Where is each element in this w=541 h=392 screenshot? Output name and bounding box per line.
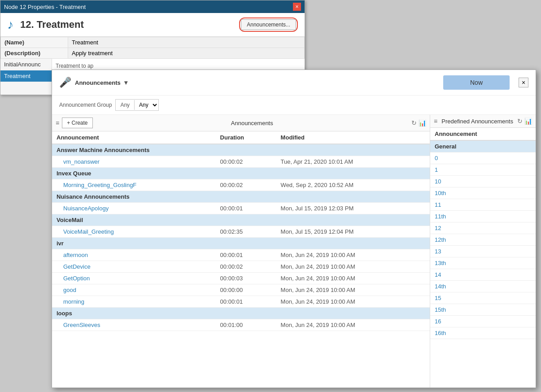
predefined-announcement-name[interactable]: 10: [430, 176, 536, 187]
bg-window-titlebar: Node 12 Properties - Treatment ×: [0, 0, 305, 13]
music-icon: ♪: [7, 17, 13, 32]
right-refresh-icon[interactable]: ↻: [517, 118, 523, 125]
right-list-item[interactable]: 12th: [430, 234, 536, 246]
table-group-row: ivr: [52, 238, 430, 249]
filter-select[interactable]: Any: [135, 100, 158, 110]
refresh-icon[interactable]: ↻: [411, 119, 417, 126]
predefined-announcement-name[interactable]: 1: [430, 164, 536, 176]
title-dropdown-arrow[interactable]: ▾: [124, 79, 127, 86]
predefined-announcement-name[interactable]: 14: [430, 269, 536, 281]
right-list-item[interactable]: 10th: [430, 187, 536, 199]
table-row[interactable]: GetOption 00:00:03 Mon, Jun 24, 2019 10:…: [52, 273, 430, 284]
table-row[interactable]: NuisanceApology 00:00:01 Mon, Jul 15, 20…: [52, 203, 430, 214]
predefined-announcement-name[interactable]: 11th: [430, 211, 536, 222]
announcement-name[interactable]: vm_noanswer: [52, 156, 216, 168]
predefined-announcement-name[interactable]: 0: [430, 152, 536, 164]
announcement-name[interactable]: afternoon: [52, 249, 216, 261]
predefined-announcement-name[interactable]: 12th: [430, 234, 536, 246]
left-panel: ≡ + Create Announcements ↻ 📊 Announcemen…: [52, 115, 430, 388]
table-row[interactable]: Morning_Greeting_GoslingF 00:00:02 Wed, …: [52, 179, 430, 191]
table-row[interactable]: VoiceMail_Greeting 00:02:35 Mon, Jul 15,…: [52, 226, 430, 238]
table-group-row: Nuisance Announcements: [52, 191, 430, 203]
announcement-modified: Mon, Jun 24, 2019 10:00 AM: [276, 273, 430, 284]
right-list-item[interactable]: 12: [430, 222, 536, 234]
announcement-name[interactable]: GetDevice: [52, 261, 216, 273]
announcement-modified: Tue, Apr 21, 2020 10:01 AM: [276, 156, 430, 168]
right-list-item[interactable]: 15: [430, 292, 536, 304]
table-row[interactable]: GreenSleeves 00:01:00 Mon, Jun 24, 2019 …: [52, 319, 430, 331]
right-list-item[interactable]: 1: [430, 164, 536, 176]
right-list-item[interactable]: 14th: [430, 281, 536, 292]
predefined-announcement-name[interactable]: 11: [430, 199, 536, 211]
predefined-table: Announcement General011010th1111th1212th…: [430, 128, 536, 339]
announcement-modified: Mon, Jun 24, 2019 10:00 AM: [276, 284, 430, 296]
table-row[interactable]: afternoon 00:00:01 Mon, Jun 24, 2019 10:…: [52, 249, 430, 261]
announcement-name[interactable]: NuisanceApology: [52, 203, 216, 214]
group-label: Nuisance Announcements: [52, 191, 430, 203]
toolbar-menu-icon[interactable]: ≡: [56, 119, 59, 126]
predefined-announcement-name[interactable]: 16: [430, 316, 536, 327]
table-row[interactable]: vm_noanswer 00:00:02 Tue, Apr 21, 2020 1…: [52, 156, 430, 168]
right-chart-icon[interactable]: 📊: [524, 118, 532, 125]
predefined-announcement-name[interactable]: 14th: [430, 281, 536, 292]
announcement-modified: Wed, Sep 2, 2020 10:52 AM: [276, 179, 430, 191]
right-list-item[interactable]: 13: [430, 246, 536, 257]
announcement-name[interactable]: morning: [52, 296, 216, 308]
right-list-item[interactable]: 11: [430, 199, 536, 211]
property-key-description: (Description): [1, 48, 68, 59]
right-panel-title: Predefined Announcements: [439, 118, 515, 125]
announcement-name[interactable]: Morning_Greeting_GoslingF: [52, 179, 216, 191]
modal-close-button[interactable]: ×: [519, 78, 528, 87]
properties-table: (Name) Treatment (Description) Apply tre…: [0, 37, 305, 59]
now-button[interactable]: Now: [443, 75, 510, 90]
predefined-announcement-name[interactable]: 10th: [430, 187, 536, 199]
right-list-item[interactable]: 11th: [430, 211, 536, 222]
announcement-duration: 00:00:02: [216, 261, 276, 273]
announcement-name[interactable]: GetOption: [52, 273, 216, 284]
right-list-item[interactable]: 13th: [430, 257, 536, 269]
right-list-item[interactable]: 15th: [430, 304, 536, 316]
table-row[interactable]: GetDevice 00:00:02 Mon, Jun 24, 2019 10:…: [52, 261, 430, 273]
bg-close-button[interactable]: ×: [293, 3, 301, 11]
announcement-duration: 00:00:02: [216, 156, 276, 168]
create-button[interactable]: + Create: [62, 118, 92, 128]
announcement-duration: 00:00:01: [216, 203, 276, 214]
property-row-name: (Name) Treatment: [1, 37, 305, 48]
predefined-announcement-name[interactable]: 15th: [430, 304, 536, 316]
announcements-table: Announcement Duration Modified Answer Ma…: [52, 131, 430, 331]
mic-icon: 🎤: [59, 77, 71, 88]
modal-title-text: Announcements: [75, 79, 121, 86]
right-list-item[interactable]: 16th: [430, 327, 536, 339]
group-label: Invex Queue: [52, 168, 430, 179]
announcement-duration: 00:02:35: [216, 226, 276, 238]
predefined-announcement-name[interactable]: 16th: [430, 327, 536, 339]
announcement-name[interactable]: VoiceMail_Greeting: [52, 226, 216, 238]
predefined-announcement-name[interactable]: 15: [430, 292, 536, 304]
col-announcement: Announcement: [52, 131, 216, 144]
table-row[interactable]: good 00:00:00 Mon, Jun 24, 2019 10:00 AM: [52, 284, 430, 296]
filter-any-label: Any: [116, 100, 135, 110]
announcement-name[interactable]: GreenSleeves: [52, 319, 216, 331]
table-row[interactable]: morning 00:00:01 Mon, Jun 24, 2019 10:00…: [52, 296, 430, 308]
predefined-announcement-name[interactable]: 13th: [430, 257, 536, 269]
announcement-duration: 00:00:02: [216, 179, 276, 191]
predefined-announcement-name[interactable]: 13: [430, 246, 536, 257]
bg-window-node-title: 12. Treatment: [20, 19, 84, 30]
right-panel: ≡ Predefined Announcements ↻ 📊 Announcem…: [430, 115, 536, 388]
right-list-item[interactable]: 14: [430, 269, 536, 281]
right-list-item[interactable]: 0: [430, 152, 536, 164]
right-list-item[interactable]: 16: [430, 316, 536, 327]
sidebar-item-treatment[interactable]: Treatment: [0, 70, 52, 82]
announcements-button[interactable]: Announcements...: [241, 19, 296, 30]
left-panel-icons: ↻ 📊: [411, 119, 426, 126]
chart-icon[interactable]: 📊: [419, 119, 426, 126]
sidebar-item-initial[interactable]: InitialAnnounc: [0, 59, 52, 70]
predefined-announcement-name[interactable]: 12: [430, 222, 536, 234]
right-list-item[interactable]: 10: [430, 176, 536, 187]
modal-body: ≡ + Create Announcements ↻ 📊 Announcemen…: [52, 115, 536, 388]
treatment-text: Treatment to ap: [56, 63, 93, 69]
right-toolbar-menu-icon[interactable]: ≡: [434, 118, 437, 125]
announcement-name[interactable]: good: [52, 284, 216, 296]
announcement-duration: 00:00:01: [216, 249, 276, 261]
announcement-modified: Mon, Jun 24, 2019 10:00 AM: [276, 319, 430, 331]
